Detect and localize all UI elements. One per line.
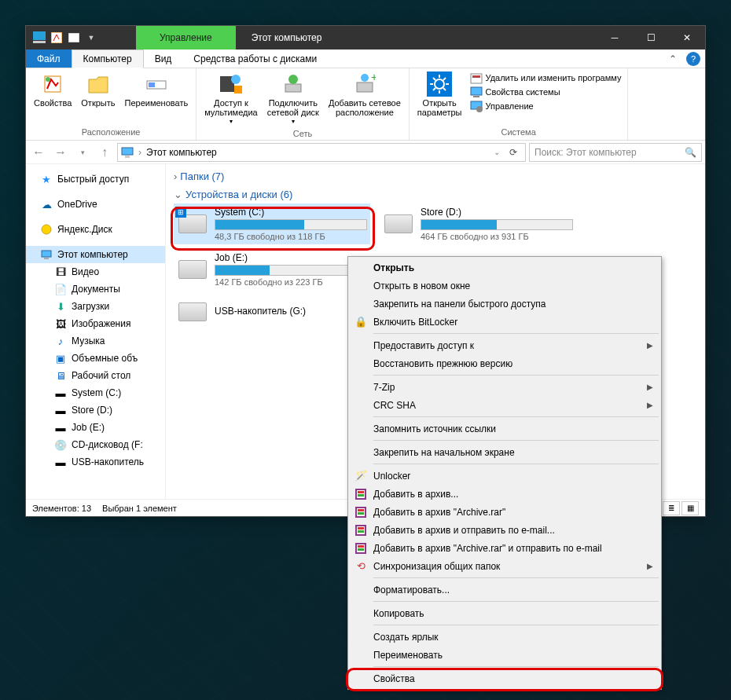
folders-header[interactable]: ›Папки (7) <box>166 167 705 185</box>
drive-usage-bar <box>421 219 573 230</box>
drive-free-text: 48,3 ГБ свободно из 118 ГБ <box>215 232 367 241</box>
nav-quick-access[interactable]: ★Быстрый доступ <box>26 170 165 188</box>
ctx-format[interactable]: Форматировать... <box>350 581 659 599</box>
minimize-button[interactable]: ─ <box>597 26 633 49</box>
ctx-bitlocker[interactable]: 🔒Включить BitLocker <box>350 313 659 331</box>
unlocker-icon: 🪄 <box>354 470 367 482</box>
drives-header[interactable]: ⌄Устройства и диски (6) <box>166 185 705 203</box>
nav-drive-c[interactable]: ▬System (C:) <box>26 384 165 401</box>
ctx-add-archive-mail[interactable]: Добавить в архив и отправить по e-mail..… <box>350 521 659 539</box>
nav-music[interactable]: ♪Музыка <box>26 332 165 350</box>
ribbon-system-properties[interactable]: Свойства системы <box>470 86 622 98</box>
nav-documents[interactable]: 📄Документы <box>26 280 165 298</box>
ribbon-open-settings[interactable]: Открыть параметры <box>413 70 467 119</box>
svg-point-5 <box>46 77 50 82</box>
nav-usb-drive[interactable]: ▬USB-накопитель <box>26 453 165 471</box>
drive-usage-bar <box>215 265 367 276</box>
ctx-pin-start[interactable]: Закрепить на начальном экране <box>350 443 659 461</box>
svg-rect-44 <box>358 512 364 515</box>
ctx-create-shortcut[interactable]: Создать ярлык <box>350 628 659 646</box>
drive-item[interactable]: Job (E:) 142 ГБ свободно из 223 ГБ <box>174 249 370 290</box>
ctx-restore-version[interactable]: Восстановить прежнюю версию <box>350 354 659 372</box>
close-button[interactable]: ✕ <box>669 26 705 49</box>
nav-video[interactable]: 🎞Видео <box>26 263 165 280</box>
qat-dropdown-icon[interactable]: ▼ <box>84 31 98 45</box>
drive-name: Store (D:) <box>421 207 573 218</box>
view-details-icon[interactable]: ≣ <box>663 501 680 515</box>
ribbon-media[interactable]: Доступ к мультимедиа▾ <box>200 70 263 127</box>
nav-this-pc[interactable]: Этот компьютер <box>26 246 165 263</box>
nav-forward-icon[interactable]: → <box>51 143 70 162</box>
ctx-add-archive-rar[interactable]: Добавить в архив "Archive.rar" <box>350 503 659 521</box>
ctx-open-new-window[interactable]: Открыть в новом окне <box>350 277 659 295</box>
ribbon-map-drive[interactable]: Подключить сетевой диск▾ <box>263 70 324 127</box>
status-item-count: Элементов: 13 <box>32 504 91 513</box>
ctx-add-archive[interactable]: Добавить в архив... <box>350 485 659 503</box>
ribbon-properties[interactable]: Свойства <box>29 70 76 109</box>
search-input[interactable]: Поиск: Этот компьютер 🔍 <box>529 143 702 162</box>
nav-downloads[interactable]: ⬇Загрузки <box>26 298 165 315</box>
svg-point-34 <box>42 225 51 234</box>
nav-drive-e[interactable]: ▬Job (E:) <box>26 419 165 436</box>
ctx-pin-quick-access[interactable]: Закрепить на панели быстрого доступа <box>350 295 659 313</box>
ctx-7zip[interactable]: 7-Zip▶ <box>350 378 659 396</box>
ribbon-tabs: Файл Компьютер Вид Средства работы с дис… <box>26 49 705 68</box>
contextual-tab-manage[interactable]: Управление <box>136 26 236 49</box>
svg-rect-7 <box>149 82 155 87</box>
svg-rect-10 <box>234 86 242 93</box>
drive-item[interactable]: ⊞ System (C:) 48,3 ГБ свободно из 118 ГБ <box>174 203 370 244</box>
tab-computer[interactable]: Компьютер <box>72 49 144 68</box>
tab-disk-tools[interactable]: Средства работы с дисками <box>182 49 328 68</box>
ribbon-manage[interactable]: Управление <box>470 100 622 112</box>
qat-newfolder-icon[interactable] <box>67 31 81 45</box>
drive-name: System (C:) <box>215 207 367 218</box>
tab-file[interactable]: Файл <box>26 49 72 68</box>
ribbon-group-system: Система <box>413 126 625 138</box>
view-tiles-icon[interactable]: ▦ <box>681 501 699 515</box>
drive-usb[interactable]: USB-накопитель (G:) <box>174 293 370 331</box>
maximize-button[interactable]: ☐ <box>633 26 669 49</box>
drive-item[interactable]: Store (D:) 464 ГБ свободно из 931 ГБ <box>380 203 576 244</box>
ctx-add-rar-mail[interactable]: Добавить в архив "Archive.rar" и отправи… <box>350 539 659 557</box>
ctx-open[interactable]: Открыть <box>350 258 659 277</box>
svg-rect-11 <box>285 84 301 92</box>
address-path[interactable]: › Этот компьютер ⌄ ⟳ <box>117 143 526 162</box>
ctx-rename[interactable]: Переименовать <box>350 646 659 664</box>
svg-rect-26 <box>471 74 482 83</box>
nav-cd-drive[interactable]: 💿CD-дисковод (F: <box>26 436 165 453</box>
system-icon[interactable] <box>32 31 46 45</box>
nav-pictures[interactable]: 🖼Изображения <box>26 315 165 332</box>
svg-rect-27 <box>472 75 480 78</box>
ribbon-group-location: Расположение <box>29 126 193 138</box>
ctx-crc-sha[interactable]: CRC SHA▶ <box>350 396 659 414</box>
nav-up-icon[interactable]: ↑ <box>95 143 114 162</box>
drive-name: Job (E:) <box>215 252 367 263</box>
navigation-pane[interactable]: ★Быстрый доступ ☁OneDrive Яндекс.Диск Эт… <box>26 164 166 499</box>
ribbon-add-network[interactable]: +Добавить сетевое расположение <box>324 70 406 119</box>
nav-yandex-disk[interactable]: Яндекс.Диск <box>26 221 165 238</box>
svg-point-14 <box>361 74 369 82</box>
nav-drive-d[interactable]: ▬Store (D:) <box>26 401 165 419</box>
nav-back-icon[interactable]: ← <box>29 143 48 162</box>
help-icon[interactable]: ? <box>686 52 700 66</box>
refresh-icon[interactable]: ⟳ <box>505 147 522 158</box>
nav-onedrive[interactable]: ☁OneDrive <box>26 196 165 213</box>
qat-properties-icon[interactable] <box>50 31 64 45</box>
ribbon-rename[interactable]: Переименовать <box>120 70 193 109</box>
ctx-remember-source[interactable]: Запомнить источник ссылки <box>350 420 659 438</box>
ribbon-uninstall[interactable]: Удалить или изменить программу <box>470 71 622 84</box>
nav-desktop[interactable]: 🖥Рабочий стол <box>26 367 165 384</box>
ctx-unlocker[interactable]: 🪄Unlocker <box>350 467 659 485</box>
svg-rect-47 <box>358 527 364 530</box>
nav-recent-icon[interactable]: ▾ <box>73 143 92 162</box>
tab-view[interactable]: Вид <box>144 49 183 68</box>
ctx-copy[interactable]: Копировать <box>350 604 659 622</box>
ctx-share[interactable]: Предоставить доступ к▶ <box>350 336 659 354</box>
rar-icon <box>354 488 367 500</box>
ribbon-open[interactable]: Открыть <box>76 70 119 109</box>
ctx-sync-folders[interactable]: ⟲Синхронизация общих папок▶ <box>350 557 659 575</box>
svg-text:+: + <box>371 73 376 83</box>
ctx-properties[interactable]: Свойства <box>350 669 659 687</box>
nav-3d-objects[interactable]: ▣Объемные объ <box>26 350 165 367</box>
ribbon-collapse-icon[interactable]: ⌃ <box>664 49 681 68</box>
